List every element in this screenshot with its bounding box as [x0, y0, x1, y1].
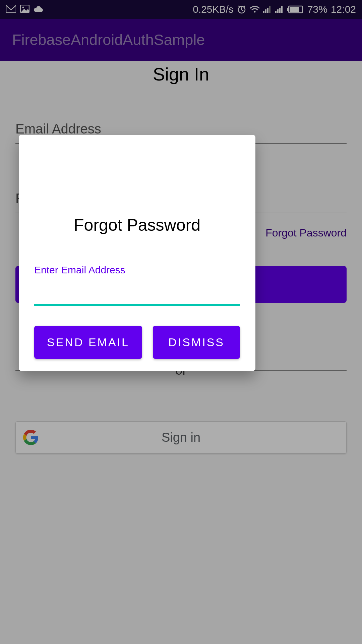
- send-email-button[interactable]: SEND EMAIL: [34, 326, 142, 359]
- dismiss-button[interactable]: DISMISS: [153, 326, 240, 359]
- forgot-password-dialog: Forgot Password Enter Email Address SEND…: [19, 135, 255, 371]
- dialog-email-input[interactable]: [34, 276, 240, 306]
- dialog-title: Forgot Password: [34, 215, 240, 235]
- dialog-actions: SEND EMAIL DISMISS: [34, 326, 240, 359]
- dialog-email-label: Enter Email Address: [34, 264, 240, 276]
